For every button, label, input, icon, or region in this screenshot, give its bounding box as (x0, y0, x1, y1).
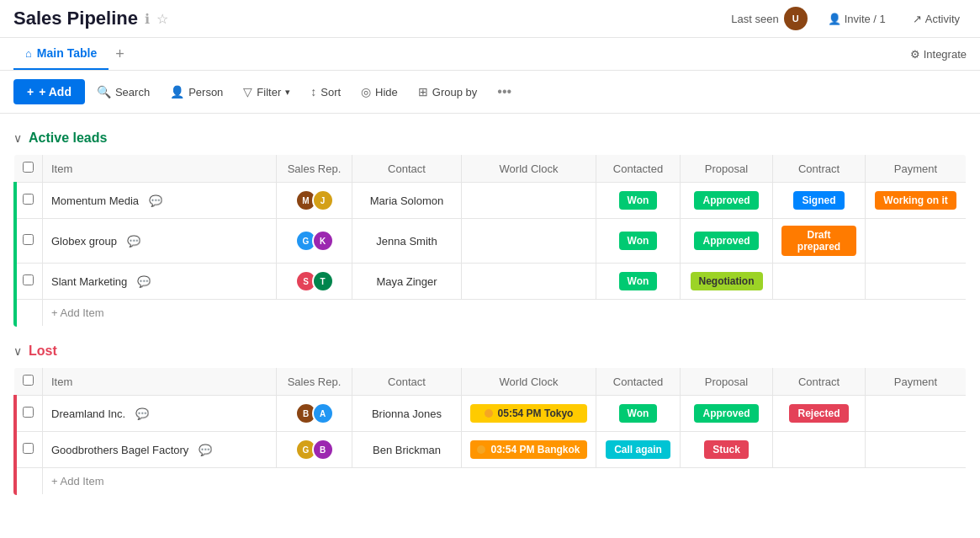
status-badge: Stuck (704, 440, 749, 459)
search-label: Search (115, 86, 150, 99)
lost-header[interactable]: ∨ Lost (13, 344, 967, 359)
row-select-checkbox[interactable] (23, 443, 34, 454)
clock-dot (477, 445, 485, 454)
filter-chevron-icon: ▾ (285, 87, 290, 98)
status-badge: Won (619, 404, 658, 423)
status-badge: Approved (694, 232, 758, 250)
search-button[interactable]: 🔍 Search (88, 80, 158, 104)
add-item-cell[interactable]: + Add Item (43, 300, 967, 327)
status-badge: Negotiation (691, 272, 763, 290)
clock-time: 03:54 PM Bangkok (490, 444, 580, 455)
last-seen: Last seen U (731, 7, 807, 30)
activity-button[interactable]: ↗ Activity (906, 9, 967, 29)
invite-button[interactable]: 👤 Invite / 1 (821, 9, 893, 29)
add-tab-button[interactable]: + (109, 45, 131, 63)
table-row: Slant Marketing 💬 S T Maya Zinger (14, 264, 967, 300)
add-button[interactable]: + + Add (13, 79, 85, 104)
group-by-label: Group by (432, 86, 477, 99)
header-proposal: Proposal (681, 155, 773, 183)
row-select-checkbox[interactable] (23, 274, 34, 285)
contact-cell: Ben Brickman (352, 432, 462, 468)
row-checkbox (14, 396, 43, 432)
add-item-row[interactable]: + Add Item (14, 468, 967, 495)
avatar-sm: T (312, 270, 334, 292)
contacted-cell: Won (596, 183, 681, 219)
tab-bar: ⌂ Main Table + ⚙ Integrate (0, 38, 980, 71)
worldclock-cell (462, 219, 596, 264)
sort-button[interactable]: ↕ Sort (302, 80, 349, 104)
salesrep-cell: G B (277, 432, 352, 468)
collapse-icon: ∨ (13, 344, 22, 358)
row-select-checkbox[interactable] (23, 407, 34, 418)
table-row: Goodbrothers Bagel Factory 💬 G B Ben Bri… (14, 432, 967, 468)
select-all-checkbox[interactable] (23, 162, 34, 173)
star-icon[interactable]: ☆ (156, 11, 168, 27)
integrate-icon: ⚙ (910, 48, 920, 61)
header-contacted: Contacted (596, 368, 681, 396)
payment-cell (866, 432, 967, 468)
item-cell: Dreamland Inc. 💬 (43, 396, 277, 432)
item-cell: Goodbrothers Bagel Factory 💬 (43, 432, 277, 468)
group-icon: ⊞ (418, 85, 428, 99)
status-badge: Signed (793, 191, 844, 210)
contacted-cell: Won (596, 396, 681, 432)
table-row: Dreamland Inc. 💬 B A Brionna Jones (14, 396, 967, 432)
header-checkbox (14, 368, 43, 396)
status-badge: Won (619, 232, 658, 250)
filter-icon: ▽ (243, 85, 252, 99)
filter-button[interactable]: ▽ Filter ▾ (235, 80, 299, 104)
add-item-checkbox (14, 468, 43, 495)
group-by-button[interactable]: ⊞ Group by (410, 80, 485, 104)
section-title-lost: Lost (29, 344, 57, 359)
last-seen-label: Last seen (731, 13, 778, 25)
header-contract: Contract (773, 155, 866, 183)
salesrep-cell: S T (277, 264, 352, 300)
header-checkbox (14, 155, 43, 183)
hide-label: Hide (375, 86, 398, 99)
active-leads-header[interactable]: ∨ Active leads (13, 131, 967, 146)
add-item-label: + Add Item (51, 306, 104, 319)
world-clock-display: 03:54 PM Bangkok (470, 440, 587, 459)
proposal-cell: Approved (681, 396, 773, 432)
item-name: Globex group (51, 235, 117, 248)
add-item-row[interactable]: + Add Item (14, 300, 967, 327)
worldclock-cell (462, 183, 596, 219)
section-active-leads: ∨ Active leads Item Sales Rep. Contact W… (13, 131, 967, 327)
app-container: Sales Pipeline ℹ ☆ Last seen U 👤 Invite … (0, 0, 980, 495)
header-contact: Contact (352, 368, 462, 396)
status-badge: Won (619, 272, 658, 290)
select-all-checkbox[interactable] (23, 375, 34, 386)
contact-cell: Maria Solomon (352, 183, 462, 219)
home-icon: ⌂ (25, 47, 32, 60)
lost-table: Item Sales Rep. Contact World Clock Cont… (13, 367, 967, 495)
header-worldclock: World Clock (462, 155, 596, 183)
row-checkbox (14, 264, 43, 300)
row-checkbox (14, 183, 43, 219)
tab-main-table[interactable]: ⌂ Main Table (13, 38, 109, 70)
invite-label: Invite / 1 (845, 13, 886, 25)
search-icon: 🔍 (97, 85, 111, 99)
header-salesrep: Sales Rep. (277, 368, 352, 396)
integrate-button[interactable]: ⚙ Integrate (910, 48, 967, 61)
ellipsis-icon: ••• (497, 84, 511, 99)
chat-icon: 💬 (135, 407, 149, 420)
toolbar: + + Add 🔍 Search 👤 Person ▽ Filter ▾ ↕ S… (0, 71, 980, 114)
sort-icon: ↕ (310, 85, 316, 99)
more-options-button[interactable]: ••• (489, 79, 520, 104)
add-item-cell[interactable]: + Add Item (43, 468, 967, 495)
person-button[interactable]: 👤 Person (162, 80, 231, 104)
info-icon[interactable]: ℹ (145, 11, 150, 27)
item-name: Goodbrothers Bagel Factory (51, 444, 188, 456)
hide-button[interactable]: ◎ Hide (352, 80, 406, 104)
avatar-group: B A (285, 402, 343, 424)
clock-time: 05:54 PM Tokyo (498, 407, 574, 419)
app-title: Sales Pipeline (13, 8, 138, 29)
sort-label: Sort (320, 86, 341, 99)
row-select-checkbox[interactable] (23, 234, 34, 245)
contract-cell: Draft prepared (773, 219, 866, 264)
row-select-checkbox[interactable] (23, 194, 34, 205)
proposal-cell: Negotiation (681, 264, 773, 300)
header-contact: Contact (352, 155, 462, 183)
header-worldclock: World Clock (462, 368, 596, 396)
salesrep-cell: M J (277, 183, 352, 219)
